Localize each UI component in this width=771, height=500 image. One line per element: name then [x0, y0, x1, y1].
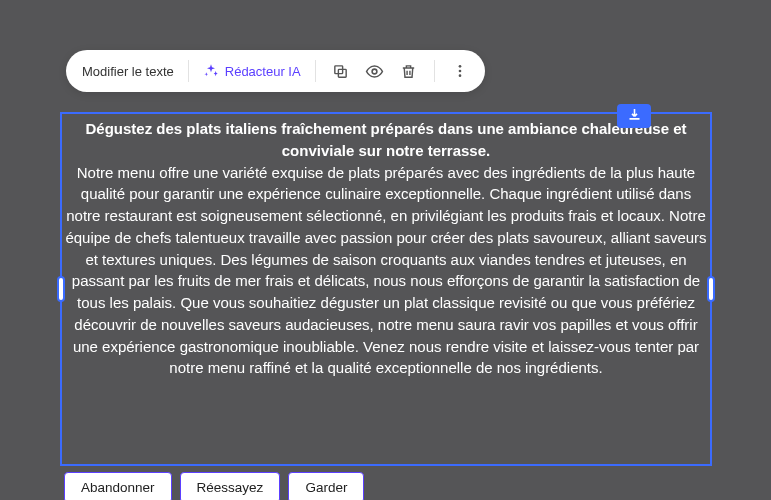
- svg-point-3: [458, 65, 461, 68]
- download-icon: [627, 107, 642, 126]
- copy-button[interactable]: [326, 56, 356, 86]
- sparkle-icon: [203, 63, 219, 79]
- delete-button[interactable]: [394, 56, 424, 86]
- ai-writer-button[interactable]: Rédacteur IA: [199, 63, 305, 79]
- svg-point-4: [458, 70, 461, 73]
- floating-toolbar: Modifier le texte Rédacteur IA: [66, 50, 485, 92]
- separator: [188, 60, 189, 82]
- lead-paragraph: Dégustez des plats italiens fraîchement …: [85, 120, 686, 159]
- body-paragraph: Notre menu offre une variété exquise de …: [65, 164, 706, 377]
- abort-button[interactable]: Abandonner: [64, 472, 172, 500]
- svg-point-5: [458, 74, 461, 77]
- modify-text-button[interactable]: Modifier le texte: [82, 64, 178, 79]
- trash-icon: [400, 63, 417, 80]
- ai-writer-label: Rédacteur IA: [225, 64, 301, 79]
- eye-icon: [365, 62, 384, 81]
- preview-button[interactable]: [360, 56, 390, 86]
- ai-action-row: Abandonner Réessayez Garder: [64, 472, 364, 500]
- svg-point-2: [372, 69, 377, 74]
- retry-button[interactable]: Réessayez: [180, 472, 281, 500]
- editable-text-block[interactable]: Dégustez des plats italiens fraîchement …: [64, 118, 708, 379]
- more-vertical-icon: [452, 63, 468, 79]
- separator: [315, 60, 316, 82]
- keep-button[interactable]: Garder: [288, 472, 364, 500]
- resize-handle-right[interactable]: [707, 276, 715, 302]
- separator: [434, 60, 435, 82]
- copy-icon: [332, 63, 349, 80]
- more-menu-button[interactable]: [445, 56, 475, 86]
- download-button[interactable]: [617, 104, 651, 128]
